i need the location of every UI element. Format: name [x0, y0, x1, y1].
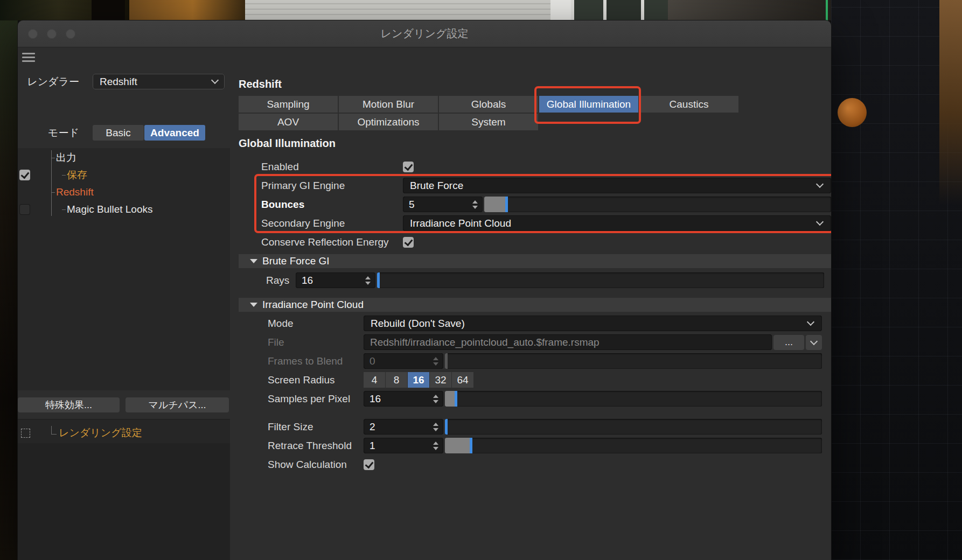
rays-value: 16	[302, 275, 313, 286]
screen-radius-64-button[interactable]: 64	[452, 372, 473, 388]
bounces-stepper[interactable]	[471, 200, 479, 209]
slider-handle[interactable]	[505, 197, 508, 212]
mode-label: モード	[18, 126, 86, 140]
multipass-button[interactable]: マルチパス...	[126, 397, 229, 412]
screen-radius-8-button[interactable]: 8	[386, 372, 407, 388]
filter-size-slider[interactable]	[445, 419, 822, 435]
slider-handle[interactable]	[445, 353, 448, 369]
samples-per-pixel-label: Samples per Pixel	[239, 393, 364, 405]
file-browse-button[interactable]: ...	[773, 335, 804, 350]
wall-object	[939, 0, 962, 205]
secondary-engine-dropdown[interactable]: Irradiance Point Cloud	[403, 215, 831, 231]
save-checkbox[interactable]	[19, 170, 30, 180]
frames-to-blend-stepper[interactable]	[431, 357, 440, 366]
close-button[interactable]	[28, 29, 38, 39]
frames-to-blend-field[interactable]: 0	[364, 353, 443, 369]
filter-size-value: 2	[370, 421, 375, 433]
house-windows	[571, 0, 668, 20]
tab-caustics[interactable]: Caustics	[639, 96, 738, 113]
retrace-threshold-field[interactable]: 1	[364, 438, 443, 453]
tree-item-redshift[interactable]: Redshift	[18, 184, 230, 201]
screen-radius-32-button[interactable]: 32	[430, 372, 451, 388]
row-secondary-engine: Secondary Engine Irradiance Point Cloud	[239, 214, 831, 233]
brute-force-gi-section-header[interactable]: Brute Force GI	[239, 254, 831, 268]
samples-per-pixel-stepper[interactable]	[431, 395, 440, 403]
tree-item-label: 出力	[56, 151, 76, 165]
file-label: File	[239, 337, 364, 348]
collapse-triangle-icon	[250, 303, 257, 307]
minimize-button[interactable]	[47, 29, 57, 39]
frames-to-blend-slider[interactable]	[445, 353, 822, 369]
samples-per-pixel-field[interactable]: 16	[364, 391, 443, 407]
chevron-down-icon	[816, 218, 824, 226]
tab-global-illumination[interactable]: Global Illumination	[539, 96, 638, 113]
tree-item-magic-bullet-looks[interactable]: Magic Bullet Looks	[18, 201, 230, 218]
row-samples-per-pixel: Samples per Pixel 16	[239, 389, 831, 408]
mode-dropdown[interactable]: Rebuild (Don't Save)	[364, 316, 822, 331]
zoom-button[interactable]	[66, 29, 75, 39]
tree-elbow	[51, 426, 57, 435]
tree-trunk	[92, 0, 125, 20]
file-path-field[interactable]: Redshift/irradiance_pointcloud_auto.$fra…	[364, 334, 772, 350]
orange-sphere-object	[838, 98, 867, 127]
screen-radius-label: Screen Radius	[239, 374, 364, 386]
screen-radius-4-button[interactable]: 4	[364, 372, 385, 388]
render-settings-item[interactable]: レンダリング設定	[18, 424, 230, 442]
slider-handle[interactable]	[455, 391, 457, 407]
tab-system[interactable]: System	[439, 114, 538, 130]
secondary-engine-label: Secondary Engine	[239, 218, 403, 229]
bounces-field[interactable]: 5	[403, 197, 483, 212]
render-settings-label: レンダリング設定	[59, 426, 142, 440]
slider-handle[interactable]	[377, 272, 380, 288]
settings-panel: Redshift Sampling Motion Blur Globals Gl…	[230, 47, 831, 559]
chevron-down-icon	[807, 318, 814, 326]
samples-per-pixel-slider[interactable]	[445, 391, 822, 407]
enabled-checkbox[interactable]	[403, 162, 414, 172]
file-options-button[interactable]	[806, 335, 822, 350]
mode-basic-button[interactable]: Basic	[93, 125, 144, 141]
primary-gi-engine-label: Primary GI Engine	[239, 180, 403, 192]
sidebar-bottom-panel: レンダリング設定	[18, 419, 230, 559]
samples-per-pixel-value: 16	[370, 393, 381, 405]
retrace-threshold-stepper[interactable]	[431, 442, 440, 450]
conserve-reflection-energy-checkbox[interactable]	[403, 237, 414, 248]
brute-force-gi-section-label: Brute Force GI	[262, 255, 330, 267]
chevron-down-icon	[816, 180, 824, 188]
tree-item-save[interactable]: 保存	[18, 166, 230, 184]
rays-slider[interactable]	[377, 272, 824, 288]
rays-field[interactable]: 16	[296, 272, 375, 288]
tab-aov[interactable]: AOV	[239, 114, 338, 130]
retrace-threshold-slider[interactable]	[445, 438, 822, 453]
rays-label: Rays	[239, 275, 296, 286]
primary-gi-engine-value: Brute Force	[410, 180, 463, 192]
slider-handle[interactable]	[445, 419, 448, 435]
menu-icon[interactable]	[22, 53, 35, 63]
renderer-dropdown[interactable]: Redshift	[93, 74, 225, 89]
irradiance-point-cloud-section-header[interactable]: Irradiance Point Cloud	[239, 298, 831, 312]
row-bounces: Bounces 5	[239, 195, 831, 214]
tab-globals[interactable]: Globals	[439, 96, 538, 113]
tab-motion-blur[interactable]: Motion Blur	[339, 96, 438, 113]
row-frames-to-blend: Frames to Blend 0	[239, 352, 831, 370]
effects-button[interactable]: 特殊効果...	[18, 397, 120, 412]
show-calculation-checkbox[interactable]	[364, 459, 374, 470]
sidebar: レンダラー Redshift モード Basic Advanced 出力	[18, 47, 230, 559]
bounces-slider[interactable]	[484, 197, 831, 212]
mode-advanced-button[interactable]: Advanced	[144, 125, 205, 141]
filter-size-field[interactable]: 2	[364, 419, 443, 435]
slider-handle[interactable]	[470, 438, 472, 453]
screen-radius-16-button[interactable]: 16	[408, 372, 429, 388]
rays-stepper[interactable]	[364, 276, 372, 285]
tab-optimizations[interactable]: Optimizations	[339, 114, 438, 130]
tab-sampling[interactable]: Sampling	[239, 96, 338, 113]
viewport-left-strip	[0, 20, 18, 560]
primary-gi-engine-dropdown[interactable]: Brute Force	[403, 178, 831, 193]
house-column	[550, 0, 571, 20]
filter-size-stepper[interactable]	[431, 423, 440, 431]
filter-size-label: Filter Size	[239, 421, 364, 433]
magic-bullet-checkbox[interactable]	[19, 204, 30, 215]
collapse-triangle-icon	[250, 259, 257, 263]
viewport-axis-line	[826, 0, 828, 20]
tree-item-output[interactable]: 出力	[18, 149, 230, 166]
renderer-label: レンダラー	[18, 75, 86, 89]
